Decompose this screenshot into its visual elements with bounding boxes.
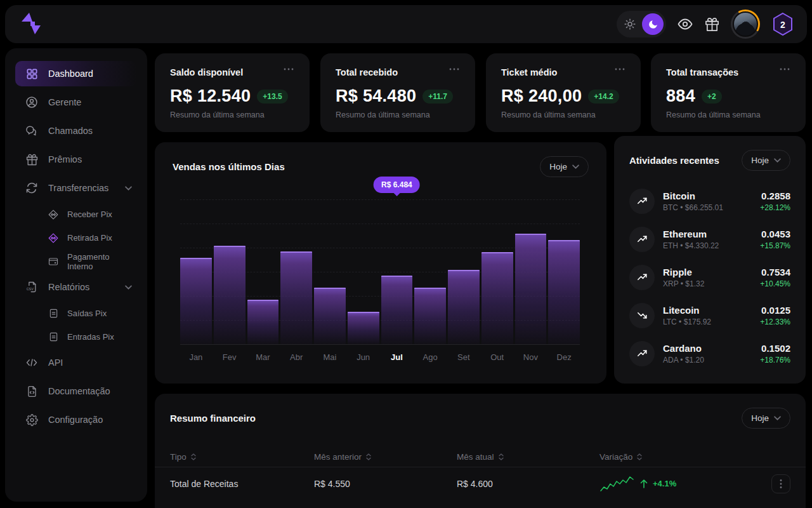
sidebar-item-pagamento-interno[interactable]: Pagamento Interno — [15, 251, 137, 272]
asset-name: Ripple — [663, 267, 704, 277]
eye-icon[interactable] — [678, 17, 693, 32]
stat-delta-badge: +14.2 — [588, 90, 619, 104]
chart-bar[interactable] — [381, 276, 413, 344]
gift-icon[interactable] — [704, 17, 719, 32]
variation-value: +4.1% — [653, 479, 676, 488]
column-header-mes-anterior[interactable]: Mês anterior — [314, 446, 457, 467]
chart-bar[interactable] — [214, 246, 246, 344]
stat-subtitle: Resumo da última semana — [336, 110, 460, 119]
csv-file-icon: CSV — [25, 281, 38, 293]
trend-up-icon — [629, 265, 655, 290]
chart-bar[interactable] — [247, 300, 279, 344]
asset-detail: BTC • $66.255.01 — [663, 203, 723, 212]
cell-variacao: +4.1% — [599, 475, 790, 493]
x-tick: Dez — [548, 352, 580, 362]
summary-period-dropdown[interactable]: Hoje — [742, 408, 790, 429]
sidebar-item-entradas-pix[interactable]: Entradas Pix — [15, 326, 137, 347]
sidebar-item-receber-pix[interactable]: Receber Pix — [15, 204, 137, 225]
stat-subtitle: Resumo da última semana — [170, 110, 294, 119]
chart-period-dropdown[interactable]: Hoje — [540, 156, 589, 177]
sidebar-item-saidas-pix[interactable]: Saídas Pix — [15, 303, 137, 324]
x-tick: Ago — [414, 352, 446, 362]
stat-title: Total recebido — [336, 67, 398, 77]
x-tick-active: Jul — [381, 352, 413, 362]
activities-title: Atividades recentes — [629, 155, 719, 166]
moon-icon[interactable] — [642, 13, 664, 35]
column-header-variacao[interactable]: Variação — [599, 446, 790, 467]
sales-chart-card: Vendas nos últimos Dias Hoje R$ 6.484 — [155, 142, 606, 384]
chart-bar[interactable] — [314, 288, 346, 344]
more-options-icon[interactable] — [779, 67, 790, 71]
chart-bar[interactable] — [414, 288, 446, 344]
x-tick: Out — [481, 352, 513, 362]
sidebar-item-chamados[interactable]: Chamados — [15, 118, 137, 144]
stat-delta-badge: +11.7 — [422, 90, 453, 104]
sidebar-item-gerente[interactable]: Gerente — [15, 90, 137, 115]
chart-bar[interactable] — [280, 251, 312, 344]
sidebar-item-label: Relatórios — [48, 282, 89, 292]
stat-subtitle: Resumo da última semana — [501, 110, 625, 119]
document-icon — [48, 309, 58, 319]
sidebar-item-configuracao[interactable]: Configuração — [15, 407, 137, 432]
notification-badge[interactable]: 2 — [771, 12, 794, 36]
asset-name: Ethereum — [663, 229, 719, 239]
chart-x-axis: Jan Fev Mar Abr Mai Jun Jul Ago Set Out … — [180, 352, 580, 362]
list-item-ethereum[interactable]: Ethereum ETH • $4.330.22 0.0453 +15.87% — [629, 223, 790, 255]
sidebar-item-premios[interactable]: Prêmios — [15, 147, 137, 172]
column-header-tipo[interactable]: Tipo — [170, 446, 314, 467]
chart-bar[interactable] — [515, 234, 547, 344]
asset-amount: 0.1502 — [760, 343, 790, 354]
list-item-ripple[interactable]: Ripple XRP • $1.32 0.7534 +10.45% — [629, 261, 790, 293]
sidebar-item-transferencias[interactable]: Transferencias — [15, 175, 137, 201]
more-options-icon[interactable] — [283, 67, 294, 71]
chart-bar[interactable] — [348, 312, 379, 344]
recent-activities-panel: Atividades recentes Hoje Bitcoin BTC • $… — [614, 136, 806, 384]
brand-logo-icon[interactable] — [22, 11, 43, 37]
sidebar-item-label: Receber Pix — [67, 210, 112, 219]
asset-amount: 0.7534 — [760, 267, 790, 277]
sidebar-item-documentacao[interactable]: Documentação — [15, 378, 137, 404]
sun-icon[interactable] — [619, 13, 641, 35]
sidebar-item-label: Chamados — [48, 126, 93, 136]
stat-title: Total transações — [666, 67, 738, 77]
sort-icon — [499, 453, 504, 460]
sidebar-item-dashboard[interactable]: Dashboard — [15, 61, 137, 86]
asset-detail: XRP • $1.32 — [663, 279, 704, 288]
row-menu-button[interactable] — [771, 474, 790, 493]
list-item-cardano[interactable]: Cardano ADA • $1.20 0.1502 +18.76% — [629, 337, 790, 370]
sidebar-item-label: Saídas Pix — [67, 309, 107, 318]
sidebar-item-retirada-pix[interactable]: Retirada Pix — [15, 227, 137, 248]
period-label: Hoje — [751, 413, 769, 423]
activities-list: Bitcoin BTC • $66.255.01 0.2858 +28.12% … — [629, 185, 790, 370]
chart-bar[interactable] — [448, 270, 480, 344]
more-options-icon[interactable] — [449, 67, 460, 71]
swap-arrows-icon — [25, 182, 38, 194]
list-item-litecoin[interactable]: Litecoin LTC • $175.92 0.0125 +12.33% — [629, 299, 790, 331]
avatar[interactable] — [733, 11, 758, 37]
grid-icon — [25, 67, 38, 80]
sidebar-item-relatorios[interactable]: CSV Relatórios — [15, 274, 137, 300]
top-bar: 2 — [5, 5, 807, 43]
chart-bar[interactable] — [481, 252, 513, 344]
activities-period-dropdown[interactable]: Hoje — [742, 150, 790, 171]
table-row: Total de Receitas R$ 4.550 R$ 4.600 +4.1… — [155, 467, 806, 500]
sidebar-item-api[interactable]: API — [15, 350, 137, 375]
sort-icon — [191, 453, 196, 460]
chart-bar[interactable] — [180, 258, 212, 344]
list-item-bitcoin[interactable]: Bitcoin BTC • $66.255.01 0.2858 +28.12% — [629, 185, 790, 217]
chart-plot-area: R$ 6.484 — [180, 199, 580, 345]
column-header-mes-atual[interactable]: Mês atual — [457, 446, 599, 467]
cell-mes-atual: R$ 4.600 — [457, 479, 599, 489]
stat-title: Ticket médio — [501, 67, 557, 77]
asset-detail: LTC • $175.92 — [663, 318, 711, 326]
chart-bars: R$ 6.484 — [180, 199, 580, 344]
more-options-icon[interactable] — [614, 67, 625, 71]
document-icon — [48, 332, 58, 342]
sidebar-item-label: Dashboard — [48, 69, 93, 79]
trend-up-icon — [629, 227, 655, 252]
asset-change: +12.33% — [760, 318, 790, 326]
trend-up-icon — [629, 189, 655, 214]
asset-amount: 0.0453 — [760, 229, 790, 239]
trend-up-icon — [629, 341, 655, 366]
chart-bar[interactable] — [548, 240, 580, 344]
